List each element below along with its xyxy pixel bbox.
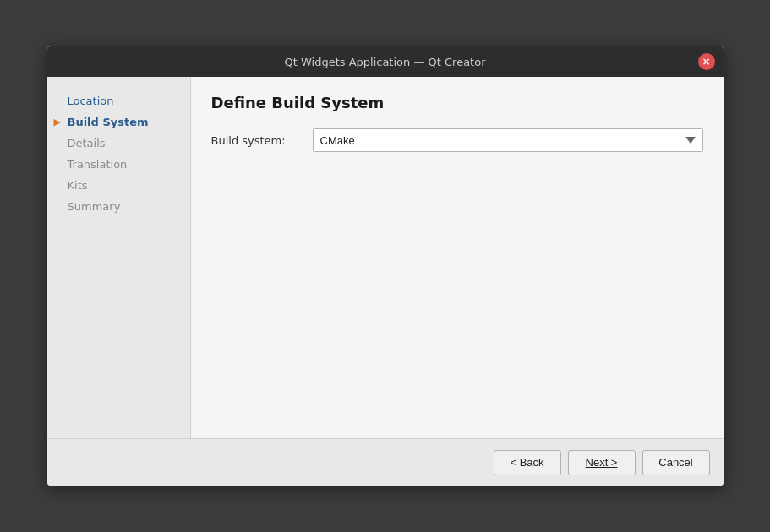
next-button[interactable]: Next > [568,450,636,475]
sidebar-item-location[interactable]: Location [47,90,190,111]
page-title: Define Build System [211,94,703,111]
sidebar-item-build-system: Build System [47,111,190,133]
sidebar-item-details: Details [47,133,190,154]
build-system-label: Build system: [211,134,313,147]
close-button[interactable]: × [698,53,715,70]
build-system-select[interactable]: CMake qmake Qbs [313,128,703,152]
back-button[interactable]: < Back [494,450,561,475]
sidebar-item-translation: Translation [47,154,190,175]
sidebar: Location Build System Details Translatio… [47,77,191,438]
dialog-title: Qt Widgets Application — Qt Creator [284,56,485,68]
sidebar-item-summary: Summary [47,196,190,217]
footer: < Back Next > Cancel [47,438,724,486]
titlebar: Qt Widgets Application — Qt Creator × [47,46,724,77]
dialog-body: Location Build System Details Translatio… [47,77,724,438]
dialog: Qt Widgets Application — Qt Creator × Lo… [47,46,724,486]
sidebar-item-kits: Kits [47,175,190,196]
cancel-button[interactable]: Cancel [642,450,710,475]
content-area: Define Build System Build system: CMake … [191,77,724,438]
build-system-row: Build system: CMake qmake Qbs [211,128,703,152]
